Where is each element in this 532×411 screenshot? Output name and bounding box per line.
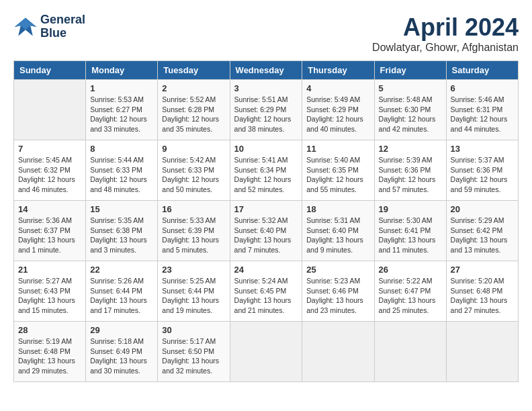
day-number: 20: [451, 204, 514, 214]
day-number: 7: [18, 144, 81, 154]
day-number: 29: [90, 325, 153, 335]
calendar-cell: 22Sunrise: 5:26 AM Sunset: 6:44 PM Dayli…: [86, 261, 158, 322]
day-info: Sunrise: 5:29 AM Sunset: 6:42 PM Dayligh…: [451, 216, 514, 255]
calendar-cell: 12Sunrise: 5:39 AM Sunset: 6:36 PM Dayli…: [374, 140, 446, 201]
day-info: Sunrise: 5:27 AM Sunset: 6:43 PM Dayligh…: [18, 276, 81, 316]
day-info: Sunrise: 5:23 AM Sunset: 6:46 PM Dayligh…: [306, 276, 369, 316]
day-info: Sunrise: 5:37 AM Sunset: 6:36 PM Dayligh…: [451, 155, 514, 195]
day-number: 14: [18, 204, 81, 214]
column-header-friday: Friday: [374, 61, 446, 80]
day-info: Sunrise: 5:41 AM Sunset: 6:34 PM Dayligh…: [234, 155, 298, 195]
day-number: 26: [379, 265, 442, 275]
column-header-monday: Monday: [86, 61, 158, 80]
logo-icon: [13, 15, 38, 39]
calendar-cell: 3Sunrise: 5:51 AM Sunset: 6:29 PM Daylig…: [230, 80, 302, 140]
page-header: General Blue April 2024 Dowlatyar, Ghowr…: [13, 13, 519, 54]
calendar-cell: [446, 322, 518, 382]
day-number: 5: [379, 83, 442, 93]
calendar-cell: 8Sunrise: 5:44 AM Sunset: 6:33 PM Daylig…: [86, 140, 158, 201]
day-info: Sunrise: 5:53 AM Sunset: 6:27 PM Dayligh…: [90, 95, 153, 134]
calendar-body: 1Sunrise: 5:53 AM Sunset: 6:27 PM Daylig…: [14, 80, 519, 382]
day-info: Sunrise: 5:51 AM Sunset: 6:29 PM Dayligh…: [234, 95, 298, 134]
day-info: Sunrise: 5:32 AM Sunset: 6:40 PM Dayligh…: [234, 216, 298, 255]
day-info: Sunrise: 5:18 AM Sunset: 6:49 PM Dayligh…: [90, 336, 153, 376]
logo: General Blue: [13, 13, 85, 40]
day-number: 15: [90, 204, 153, 214]
column-header-tuesday: Tuesday: [158, 61, 230, 80]
calendar-cell: 16Sunrise: 5:33 AM Sunset: 6:39 PM Dayli…: [158, 201, 230, 261]
logo-text: General Blue: [40, 13, 85, 40]
calendar-cell: 2Sunrise: 5:52 AM Sunset: 6:28 PM Daylig…: [158, 80, 230, 140]
day-info: Sunrise: 5:48 AM Sunset: 6:30 PM Dayligh…: [379, 95, 442, 134]
day-info: Sunrise: 5:24 AM Sunset: 6:45 PM Dayligh…: [234, 276, 298, 316]
calendar-cell: 23Sunrise: 5:25 AM Sunset: 6:44 PM Dayli…: [158, 261, 230, 322]
day-number: 16: [162, 204, 225, 214]
calendar-week-row: 21Sunrise: 5:27 AM Sunset: 6:43 PM Dayli…: [14, 261, 519, 322]
day-number: 17: [234, 204, 298, 214]
calendar-cell: 6Sunrise: 5:46 AM Sunset: 6:31 PM Daylig…: [446, 80, 518, 140]
day-info: Sunrise: 5:35 AM Sunset: 6:38 PM Dayligh…: [90, 216, 153, 255]
calendar-cell: 4Sunrise: 5:49 AM Sunset: 6:29 PM Daylig…: [302, 80, 374, 140]
calendar-cell: 30Sunrise: 5:17 AM Sunset: 6:50 PM Dayli…: [158, 322, 230, 382]
day-number: 23: [162, 265, 225, 275]
column-header-thursday: Thursday: [302, 61, 374, 80]
calendar-cell: 7Sunrise: 5:45 AM Sunset: 6:32 PM Daylig…: [14, 140, 86, 201]
day-number: 30: [162, 325, 225, 335]
calendar-header-row: SundayMondayTuesdayWednesdayThursdayFrid…: [14, 61, 519, 80]
day-info: Sunrise: 5:19 AM Sunset: 6:48 PM Dayligh…: [18, 336, 81, 376]
calendar-cell: 14Sunrise: 5:36 AM Sunset: 6:37 PM Dayli…: [14, 201, 86, 261]
calendar-cell: 26Sunrise: 5:22 AM Sunset: 6:47 PM Dayli…: [374, 261, 446, 322]
day-info: Sunrise: 5:39 AM Sunset: 6:36 PM Dayligh…: [379, 155, 442, 195]
calendar-table: SundayMondayTuesdayWednesdayThursdayFrid…: [13, 60, 519, 382]
calendar-cell: 1Sunrise: 5:53 AM Sunset: 6:27 PM Daylig…: [86, 80, 158, 140]
day-info: Sunrise: 5:33 AM Sunset: 6:39 PM Dayligh…: [162, 216, 225, 255]
day-info: Sunrise: 5:26 AM Sunset: 6:44 PM Dayligh…: [90, 276, 153, 316]
day-number: 1: [90, 83, 153, 93]
calendar-week-row: 14Sunrise: 5:36 AM Sunset: 6:37 PM Dayli…: [14, 201, 519, 261]
day-number: 3: [234, 83, 298, 93]
column-header-saturday: Saturday: [446, 61, 518, 80]
calendar-cell: 25Sunrise: 5:23 AM Sunset: 6:46 PM Dayli…: [302, 261, 374, 322]
column-header-sunday: Sunday: [14, 61, 86, 80]
calendar-cell: [374, 322, 446, 382]
day-number: 21: [18, 265, 81, 275]
day-number: 19: [379, 204, 442, 214]
calendar-cell: 17Sunrise: 5:32 AM Sunset: 6:40 PM Dayli…: [230, 201, 302, 261]
day-number: 24: [234, 265, 298, 275]
day-number: 27: [451, 265, 514, 275]
day-info: Sunrise: 5:31 AM Sunset: 6:40 PM Dayligh…: [306, 216, 369, 255]
day-info: Sunrise: 5:45 AM Sunset: 6:32 PM Dayligh…: [18, 155, 81, 195]
calendar-week-row: 7Sunrise: 5:45 AM Sunset: 6:32 PM Daylig…: [14, 140, 519, 201]
calendar-cell: 15Sunrise: 5:35 AM Sunset: 6:38 PM Dayli…: [86, 201, 158, 261]
day-info: Sunrise: 5:46 AM Sunset: 6:31 PM Dayligh…: [451, 95, 514, 134]
day-info: Sunrise: 5:36 AM Sunset: 6:37 PM Dayligh…: [18, 216, 81, 255]
day-info: Sunrise: 5:17 AM Sunset: 6:50 PM Dayligh…: [162, 336, 225, 376]
day-info: Sunrise: 5:25 AM Sunset: 6:44 PM Dayligh…: [162, 276, 225, 316]
day-number: 11: [306, 144, 369, 154]
calendar-cell: 9Sunrise: 5:42 AM Sunset: 6:33 PM Daylig…: [158, 140, 230, 201]
day-number: 2: [162, 83, 225, 93]
day-number: 4: [306, 83, 369, 93]
calendar-cell: [230, 322, 302, 382]
calendar-cell: [14, 80, 86, 140]
calendar-subtitle: Dowlatyar, Ghowr, Afghanistan: [372, 42, 519, 54]
day-number: 9: [162, 144, 225, 154]
calendar-cell: 27Sunrise: 5:20 AM Sunset: 6:48 PM Dayli…: [446, 261, 518, 322]
calendar-week-row: 1Sunrise: 5:53 AM Sunset: 6:27 PM Daylig…: [14, 80, 519, 140]
day-info: Sunrise: 5:42 AM Sunset: 6:33 PM Dayligh…: [162, 155, 225, 195]
calendar-cell: 20Sunrise: 5:29 AM Sunset: 6:42 PM Dayli…: [446, 201, 518, 261]
day-number: 25: [306, 265, 369, 275]
day-number: 12: [379, 144, 442, 154]
day-info: Sunrise: 5:52 AM Sunset: 6:28 PM Dayligh…: [162, 95, 225, 134]
day-info: Sunrise: 5:20 AM Sunset: 6:48 PM Dayligh…: [451, 276, 514, 316]
calendar-cell: 24Sunrise: 5:24 AM Sunset: 6:45 PM Dayli…: [230, 261, 302, 322]
calendar-week-row: 28Sunrise: 5:19 AM Sunset: 6:48 PM Dayli…: [14, 322, 519, 382]
day-number: 22: [90, 265, 153, 275]
calendar-cell: 5Sunrise: 5:48 AM Sunset: 6:30 PM Daylig…: [374, 80, 446, 140]
day-number: 10: [234, 144, 298, 154]
day-info: Sunrise: 5:44 AM Sunset: 6:33 PM Dayligh…: [90, 155, 153, 195]
calendar-cell: 11Sunrise: 5:40 AM Sunset: 6:35 PM Dayli…: [302, 140, 374, 201]
day-info: Sunrise: 5:40 AM Sunset: 6:35 PM Dayligh…: [306, 155, 369, 195]
day-info: Sunrise: 5:22 AM Sunset: 6:47 PM Dayligh…: [379, 276, 442, 316]
calendar-cell: 10Sunrise: 5:41 AM Sunset: 6:34 PM Dayli…: [230, 140, 302, 201]
